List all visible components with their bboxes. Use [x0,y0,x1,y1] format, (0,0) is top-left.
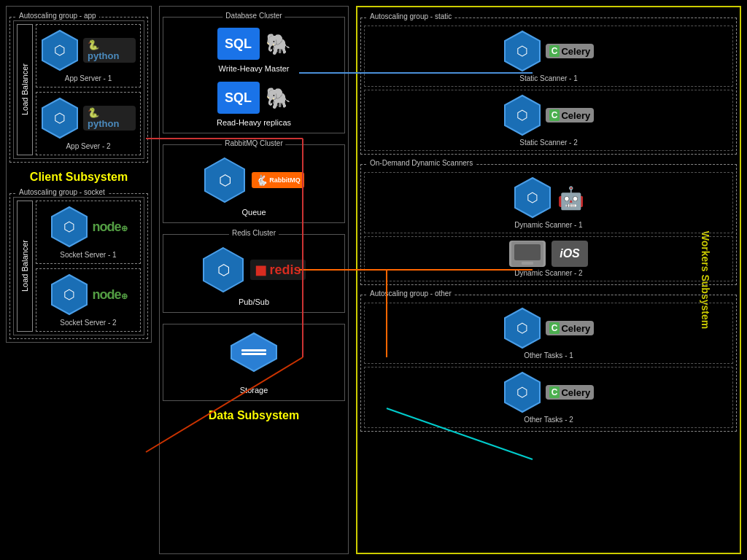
autoscaling-static-label: Autoscaling group - static [367,12,454,20]
other-tasks-1-icons: ⬡ CCelery [503,307,594,349]
client-subsystem-label: Client Subsystem [9,166,148,188]
socket-server-2-card: ⬡ node⊕ Socket Server - 2 [36,268,141,332]
redis-icons: ⬡ ◼ redis [202,246,305,293]
rabbitmq-cluster-card: RabbitMQ Cluster ⬡ 🐇 RabbitMQ Queue [163,144,345,223]
dynamic-scanner-2-icons: iOS [509,241,588,267]
static-scanner-1-label: Static Scanner - 1 [519,74,577,82]
static-1-chip: ⬡ [516,43,528,59]
dynamic-scanner-1-label: Dynamic Scanner - 1 [514,221,582,229]
app-server-2-hex: ⬡ [41,97,79,139]
db-read-icons: SQL 🐘 [217,82,291,114]
socket-server-2-hex: ⬡ [50,273,88,316]
ondemand-group: On-Demand Dynamic Scanners ⬡ 🤖 Dynamic S… [360,164,737,285]
app-server-1-chip-icon: ⬡ [54,42,66,58]
lb-socket-label: Load Balancer [17,201,33,332]
other-1-chip: ⬡ [516,320,528,336]
lb-socket-wrapper: Load Balancer ⬡ node⊕ [13,197,144,335]
left-outer-border: Autoscaling group - app Load Balancer ⬡ [6,6,152,343]
main-diagram: Autoscaling group - app Load Balancer ⬡ [0,0,747,560]
celery-logo-1: CCelery [546,44,594,58]
socket-server-2-chip-icon: ⬡ [63,287,75,303]
db-write-icons: SQL 🐘 [217,28,291,60]
other-tasks-2-icons: ⬡ CCelery [503,371,594,413]
redis-hex: ⬡ [202,246,244,293]
static-scanner-2-hex: ⬡ [503,94,541,136]
ondemand-label: On-Demand Dynamic Scanners [367,159,476,167]
app-server-1-icons: ⬡ 🐍 python [41,29,136,71]
sql-logo-read: SQL [217,82,260,114]
mac-logo [509,241,546,267]
other-tasks-1-label: Other Tasks - 1 [524,351,573,359]
autoscaling-other-label: Autoscaling group - other [367,289,454,298]
svg-rect-13 [514,244,541,260]
redis-chip-icon: ⬡ [217,261,230,279]
celery-logo-3: CCelery [546,321,594,335]
mid-column: Database Cluster SQL 🐘 Write-Heavy Maste… [159,6,349,554]
db-cluster-label: Database Cluster [222,12,285,20]
mid-outer-border: Database Cluster SQL 🐘 Write-Heavy Maste… [159,6,349,554]
lb-app-servers: ⬡ 🐍 python App Server - 1 [36,24,141,155]
autoscaling-socket-label: Autoscaling group - socket [16,188,108,196]
data-subsystem-label: Data Subsystem [163,405,345,427]
other-tasks-2-label: Other Tasks - 2 [524,416,573,424]
static-scanner-1-hex: ⬡ [503,30,541,72]
svg-rect-8 [241,353,266,355]
socket-server-1-chip-icon: ⬡ [63,219,75,235]
autoscaling-static-group: Autoscaling group - static ⬡ CCelery [360,18,737,155]
node-logo-1: node⊕ [93,219,127,235]
android-logo: 🤖 [557,185,584,211]
dynamic-1-chip: ⬡ [527,190,538,206]
other-tasks-1-hex: ⬡ [503,307,541,349]
queue-label: Queue [241,208,266,217]
app-server-2-label: App Sever - 2 [66,142,110,150]
other-tasks-2-hex: ⬡ [503,371,541,413]
write-master-label: Write-Heavy Master [219,64,290,73]
workers-outer-border: Workers Subsystem Autoscaling group - st… [356,6,741,554]
lb-app-label: Load Balancer [17,24,33,155]
redis-cluster-card: Redis Cluster ⬡ ◼ redis Pub/Sub [163,234,345,313]
static-scanner-2-icons: ⬡ CCelery [503,94,594,136]
rabbitmq-logo: 🐇 RabbitMQ [252,172,304,188]
rabbitmq-hex: ⬡ [204,157,246,203]
dynamic-scanner-1-card: ⬡ 🤖 Dynamic Scanner - 1 [364,172,733,233]
app-server-2-card: ⬡ 🐍 python App Sever - 2 [36,92,141,155]
other-2-chip: ⬡ [516,384,528,400]
autoscaling-socket-group: Autoscaling group - socket Load Balancer… [9,193,148,339]
storage-icon [228,330,279,381]
socket-server-1-card: ⬡ node⊕ Socket Server - 1 [36,201,141,264]
ios-logo: iOS [551,241,588,267]
static-scanner-2-label: Static Scanner - 2 [519,139,577,147]
postgres-logo-write: 🐘 [266,32,291,56]
pubsub-label: Pub/Sub [239,298,269,306]
rabbitmq-chip-icon: ⬡ [219,171,231,189]
celery-logo-2: CCelery [546,108,594,122]
other-tasks-2-card: ⬡ CCelery Other Tasks - 2 [364,367,733,428]
rabbitmq-cluster-label: RabbitMQ Cluster [222,139,285,147]
socket-server-2-label: Socket Server - 2 [60,319,116,327]
redis-cluster-label: Redis Cluster [229,229,279,237]
static-2-chip: ⬡ [516,107,528,123]
db-cluster-card: Database Cluster SQL 🐘 Write-Heavy Maste… [163,17,345,133]
read-replicas-label: Read-Heavy replicas [217,118,291,127]
storage-card: Storage [163,324,345,401]
svg-marker-6 [231,333,276,371]
python-logo-1: 🐍 python [83,38,136,63]
dynamic-scanner-1-icons: ⬡ 🤖 [514,176,584,219]
redis-logo: ◼ redis [250,260,305,280]
dynamic-scanner-2-card: iOS Dynamic Scanner - 2 [364,236,733,281]
socket-server-1-label: Socket Server - 1 [60,251,116,259]
storage-label: Storage [240,386,268,394]
svg-rect-7 [241,349,266,351]
autoscaling-other-group: Autoscaling group - other ⬡ CCelery [360,295,737,432]
static-scanner-2-card: ⬡ CCelery Static Scanner - 2 [364,90,733,151]
svg-rect-14 [522,262,533,265]
app-server-2-icons: ⬡ 🐍 python [41,97,136,139]
lb-socket-servers: ⬡ node⊕ Socket Server - 1 [36,201,141,332]
dynamic-scanner-2-label: Dynamic Scanner - 2 [514,269,582,277]
python-logo-2: 🐍 python [83,106,136,131]
lb-app-wrapper: Load Balancer ⬡ 🐍 python [13,20,144,159]
socket-server-1-hex: ⬡ [50,206,88,248]
right-column: Workers Subsystem Autoscaling group - st… [356,6,741,554]
socket-server-1-icons: ⬡ node⊕ [50,206,127,248]
left-column: Autoscaling group - app Load Balancer ⬡ [6,6,152,554]
